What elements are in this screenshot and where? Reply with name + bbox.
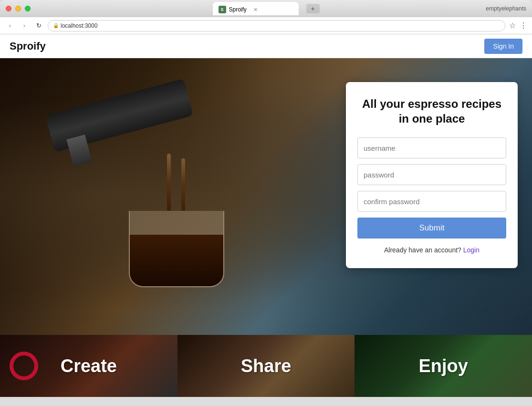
enjoy-label: Enjoy (418, 356, 468, 376)
maximize-button[interactable] (25, 6, 31, 11)
bottom-card-enjoy: Enjoy (355, 335, 532, 397)
refresh-button[interactable]: ↻ (33, 21, 44, 31)
hero-section: All your espresso recipes in one place S… (0, 58, 532, 335)
url-bar[interactable]: 🔒 localhost:3000 (48, 20, 505, 31)
url-text: localhost:3000 (61, 22, 97, 29)
coffee-stream-1 (167, 154, 171, 211)
tab-title: Sproify (229, 6, 247, 13)
bookmark-icon[interactable]: ☆ (509, 21, 516, 30)
bottom-cards: Create Share Enjoy (0, 335, 532, 397)
sign-in-button[interactable]: Sign In (484, 39, 522, 54)
bottom-card-create: Create (0, 335, 177, 397)
account-prompt: Already have an account? Login (357, 246, 506, 254)
address-bar: ‹ › ↻ 🔒 localhost:3000 ☆ ⋮ (0, 17, 532, 34)
password-input[interactable] (357, 164, 506, 185)
title-bar: S Sproify ✕ + emptyelephants (0, 0, 532, 17)
new-tab-button[interactable]: + (306, 4, 320, 13)
close-button[interactable] (6, 6, 11, 11)
submit-button[interactable]: Submit (357, 218, 506, 239)
signup-card: All your espresso recipes in one place S… (346, 82, 518, 268)
coffee-stream-2 (181, 158, 185, 211)
create-decoration (10, 352, 38, 380)
lock-icon: 🔒 (53, 23, 59, 28)
confirm-password-input[interactable] (357, 191, 506, 212)
toolbar-right: ☆ ⋮ (509, 21, 527, 30)
window-chrome: S Sproify ✕ + emptyelephants (0, 0, 532, 17)
app-window: Sproify Sign In All your espresso recipe… (0, 34, 532, 397)
browser-tab[interactable]: S Sproify ✕ (213, 2, 299, 15)
window-controls (6, 6, 31, 11)
back-button[interactable]: ‹ (5, 21, 15, 31)
forward-button[interactable]: › (19, 21, 30, 31)
create-label: Create (61, 356, 117, 376)
username-input[interactable] (357, 137, 506, 158)
share-label: Share (241, 356, 292, 376)
tab-close-icon[interactable]: ✕ (253, 7, 258, 13)
espresso-cup (129, 211, 224, 287)
account-prompt-text: Already have an account? (384, 246, 461, 254)
menu-icon[interactable]: ⋮ (520, 21, 527, 30)
bottom-card-share: Share (177, 335, 355, 397)
tab-bar-center: S Sproify ✕ + (213, 2, 320, 15)
app-title: Sproify (10, 40, 46, 52)
minimize-button[interactable] (15, 6, 21, 11)
signup-heading: All your espresso recipes in one place (357, 96, 506, 126)
window-user: emptyelephants (486, 5, 526, 12)
app-header: Sproify Sign In (0, 34, 532, 58)
favicon: S (219, 6, 226, 13)
login-link[interactable]: Login (463, 246, 480, 254)
